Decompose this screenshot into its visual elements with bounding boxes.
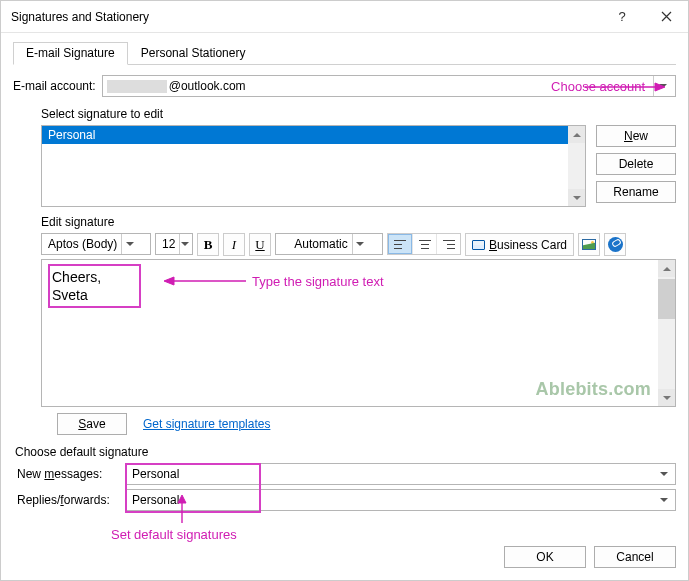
rename-button[interactable]: Rename [596, 181, 676, 203]
link-icon [608, 237, 623, 252]
font-family-value: Aptos (Body) [48, 237, 117, 251]
save-button[interactable]: Save [57, 413, 127, 435]
scroll-thumb[interactable] [658, 279, 675, 319]
ok-button[interactable]: OK [504, 546, 586, 568]
chevron-up-icon [663, 267, 671, 271]
new-button[interactable]: New [596, 125, 676, 147]
scroll-up-button[interactable] [658, 260, 675, 277]
scroll-up-button[interactable] [568, 126, 585, 143]
dropdown-button[interactable] [352, 234, 368, 254]
business-card-button[interactable]: Business Card [465, 233, 574, 256]
underline-button[interactable]: U [249, 233, 271, 256]
bold-button[interactable]: B [197, 233, 219, 256]
new-messages-select[interactable]: Personal [125, 463, 676, 485]
titlebar: Signatures and Stationery ? [1, 1, 688, 33]
dropdown-button[interactable] [655, 490, 673, 510]
get-templates-link[interactable]: Get signature templates [143, 417, 270, 431]
email-account-select[interactable]: @outlook.com Choose account [102, 75, 676, 97]
signature-editor[interactable]: Cheers, Sveta Ablebits.com Type the sign… [41, 259, 676, 407]
align-left-button[interactable] [388, 234, 412, 254]
font-size-combo[interactable]: 12 [155, 233, 193, 255]
chevron-down-icon [573, 196, 581, 200]
signature-line: Sveta [52, 286, 101, 304]
align-center-icon [419, 240, 431, 249]
signature-line: Cheers, [52, 268, 101, 286]
editor-toolbar: Aptos (Body) 12 B I U Automatic Busines [41, 233, 676, 256]
email-account-value: @outlook.com [169, 79, 246, 93]
dropdown-button[interactable] [121, 234, 137, 254]
new-messages-value: Personal [132, 467, 655, 481]
email-account-label: E-mail account: [13, 79, 96, 93]
business-card-icon [472, 240, 485, 250]
font-color-combo[interactable]: Automatic [275, 233, 383, 255]
redacted-name [107, 80, 167, 93]
new-messages-label: New messages: [17, 467, 121, 481]
tab-label: E-mail Signature [26, 46, 115, 60]
delete-button[interactable]: Delete [596, 153, 676, 175]
scroll-down-button[interactable] [568, 189, 585, 206]
insert-picture-button[interactable] [578, 233, 600, 256]
font-family-combo[interactable]: Aptos (Body) [41, 233, 151, 255]
annotation-choose-account: Choose account [551, 79, 645, 94]
chevron-down-icon [660, 498, 668, 502]
signature-list-item[interactable]: Personal [42, 126, 568, 144]
tab-email-signature[interactable]: E-mail Signature [13, 42, 128, 65]
account-dropdown-button[interactable] [653, 76, 671, 96]
signature-text-highlight: Cheers, Sveta [48, 264, 141, 308]
signature-listbox[interactable]: Personal [41, 125, 586, 207]
chevron-down-icon [126, 242, 134, 246]
picture-icon [582, 239, 596, 250]
select-signature-label: Select signature to edit [41, 107, 676, 121]
scrollbar[interactable] [658, 260, 675, 406]
align-right-icon [443, 240, 455, 249]
dropdown-button[interactable] [179, 234, 190, 254]
chevron-down-icon [660, 472, 668, 476]
business-card-label: Business Card [489, 238, 567, 252]
choose-default-label: Choose default signature [15, 445, 676, 459]
edit-signature-label: Edit signature [41, 215, 676, 229]
replies-forwards-label: Replies/forwards: [17, 493, 121, 507]
tabstrip: E-mail Signature Personal Stationery [13, 41, 676, 65]
tab-personal-stationery[interactable]: Personal Stationery [128, 42, 259, 65]
chevron-down-icon [181, 242, 189, 246]
replies-forwards-select[interactable]: Personal [125, 489, 676, 511]
tab-label: Personal Stationery [141, 46, 246, 60]
cancel-button[interactable]: Cancel [594, 546, 676, 568]
watermark: Ablebits.com [536, 379, 651, 400]
chevron-down-icon [663, 396, 671, 400]
scroll-down-button[interactable] [658, 389, 675, 406]
chevron-down-icon [356, 242, 364, 246]
insert-hyperlink-button[interactable] [604, 233, 626, 256]
signatures-dialog: Signatures and Stationery ? E-mail Signa… [0, 0, 689, 581]
scrollbar[interactable] [568, 126, 585, 206]
replies-forwards-value: Personal [132, 493, 655, 507]
close-button[interactable] [644, 1, 688, 33]
dropdown-button[interactable] [655, 464, 673, 484]
align-center-button[interactable] [412, 234, 436, 254]
chevron-up-icon [573, 133, 581, 137]
window-title: Signatures and Stationery [11, 10, 600, 24]
font-color-value: Automatic [294, 237, 347, 251]
help-button[interactable]: ? [600, 1, 644, 33]
align-left-icon [394, 240, 406, 249]
alignment-group [387, 233, 461, 255]
align-right-button[interactable] [436, 234, 460, 254]
italic-button[interactable]: I [223, 233, 245, 256]
font-size-value: 12 [162, 237, 175, 251]
chevron-down-icon [659, 84, 667, 88]
